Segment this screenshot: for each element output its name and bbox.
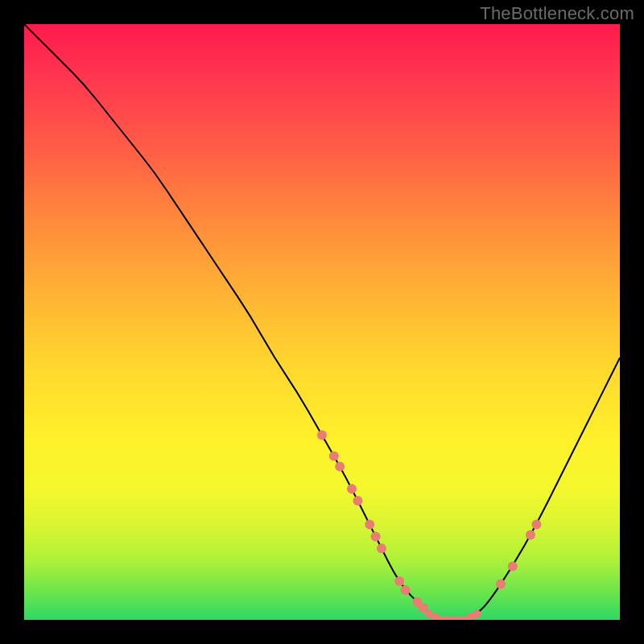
data-dot <box>347 484 357 493</box>
chart-area <box>24 24 620 620</box>
data-dot <box>365 520 374 530</box>
data-dot <box>526 530 535 540</box>
app-frame: TheBottleneck.com <box>0 0 644 644</box>
data-dot <box>531 520 541 530</box>
data-dot <box>335 462 345 472</box>
data-dot <box>508 561 518 571</box>
data-dot <box>394 576 404 586</box>
data-dot <box>329 452 339 461</box>
data-dot <box>317 431 327 440</box>
data-dot <box>473 610 481 618</box>
data-dot <box>496 580 506 589</box>
data-dot <box>401 585 411 595</box>
data-dots <box>317 431 541 620</box>
watermark-text: TheBottleneck.com <box>480 3 634 24</box>
data-dot <box>353 496 362 506</box>
curve-svg <box>24 24 620 620</box>
data-dot <box>377 543 386 553</box>
data-dot <box>371 531 381 541</box>
